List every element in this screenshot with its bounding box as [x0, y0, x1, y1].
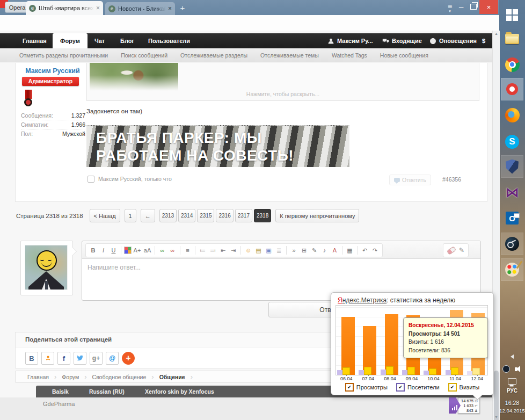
subnav-mark-read[interactable]: Отметить разделы прочитанными — [19, 52, 108, 59]
undo-button[interactable]: ↶ — [360, 244, 369, 256]
page-button[interactable]: 2314 — [178, 209, 195, 222]
tab-close-icon[interactable]: × — [168, 5, 172, 12]
bar-group[interactable] — [358, 307, 378, 375]
footer-language-link[interactable]: Russian (RU) — [89, 388, 125, 395]
bold-button[interactable]: B — [89, 244, 98, 256]
start-button[interactable] — [501, 4, 523, 26]
taskbar-item-skype[interactable]: S — [501, 131, 523, 153]
taskbar-item-paint[interactable] — [501, 259, 523, 280]
bar-group[interactable] — [380, 307, 400, 375]
footer-credit-link[interactable]: Xenforo skin by Xenfocus — [145, 388, 214, 395]
media-button[interactable]: ▣ — [264, 244, 273, 256]
nav-home[interactable]: Главная — [15, 33, 54, 48]
tray-language[interactable]: РУС — [499, 388, 525, 394]
bar-group[interactable] — [337, 307, 357, 375]
browser-tab-inactive[interactable]: e Новости - Ближайшие за × — [105, 2, 175, 15]
subnav-watched-threads[interactable]: Отслеживаемые темы — [260, 52, 319, 59]
nav-inbox[interactable]: Входящие — [382, 33, 422, 48]
text-color-button[interactable] — [124, 247, 132, 254]
twitter-share-icon[interactable] — [74, 352, 86, 365]
tray-clock-time[interactable]: 16:28 — [499, 400, 525, 406]
scrollbar-thumb[interactable] — [494, 371, 499, 420]
numbered-list-button[interactable]: ≕ — [208, 244, 217, 256]
visits-bar[interactable] — [386, 366, 393, 375]
scroll-down-icon[interactable]: ▼ — [493, 415, 500, 419]
tray-hidden-icons-button[interactable] — [501, 352, 523, 361]
minimize-button[interactable]: – — [459, 2, 463, 11]
footer-style-link[interactable]: Baisik — [52, 388, 69, 395]
page-button[interactable]: 2313 — [159, 209, 177, 222]
spoiler-button[interactable]: ≣ — [274, 244, 283, 256]
network-icon[interactable] — [508, 378, 516, 385]
nav-alerts[interactable]: Оповещения — [429, 33, 477, 48]
align-button[interactable]: ≡ — [183, 244, 192, 256]
volume-icon[interactable] — [515, 367, 517, 371]
browser-tab-active[interactable]: e Штаб-квартира всех хим × — [26, 1, 103, 15]
browser-menu-icon[interactable]: ≡▾ — [444, 3, 455, 15]
outdent-button[interactable]: ⇤ — [218, 244, 228, 256]
scroll-up-icon[interactable]: ▲ — [493, 32, 500, 35]
vk-share-icon[interactable]: В — [25, 352, 38, 365]
music-button[interactable]: ♪ — [320, 244, 329, 256]
nav-chat[interactable]: Чат — [87, 33, 112, 48]
nav-forum[interactable]: Форум — [53, 33, 88, 48]
post-banner-image[interactable]: БРАТЬЯ ПАРКЕР: МЫ РАБОТАЕМ НА СОВЕСТЬ! — [86, 125, 349, 167]
legend-views[interactable]: ✔Просмотры — [345, 383, 388, 392]
spoiler-hint[interactable]: Нажмите, чтобы раскрыть... — [87, 91, 479, 97]
pen-button[interactable]: ✎ — [310, 244, 319, 256]
page-button[interactable]: 2317 — [235, 209, 252, 222]
spoiler-block[interactable]: Нажмите, чтобы раскрыть... — [86, 63, 479, 101]
taskbar-item-explorer[interactable] — [501, 28, 523, 49]
addthis-share-icon[interactable]: + — [122, 352, 135, 365]
underline-button[interactable]: U — [109, 244, 118, 256]
breadcrumb-section[interactable]: Свободное общение — [92, 374, 147, 380]
close-window-button[interactable]: × — [479, 0, 498, 14]
taskbar-item-outlook[interactable]: O — [501, 207, 523, 229]
nav-account[interactable]: Максим Ру... — [327, 33, 373, 48]
facebook-share-icon[interactable]: f — [57, 352, 70, 365]
nav-users[interactable]: Пользователи — [141, 33, 198, 48]
remove-format-button[interactable]: A — [330, 244, 339, 256]
restore-button[interactable] — [470, 4, 477, 10]
image-button[interactable]: ▤ — [254, 244, 263, 256]
redo-button[interactable]: ↷ — [370, 244, 380, 256]
taskbar-item-steam[interactable] — [501, 233, 523, 255]
metrika-link[interactable]: Я — [338, 296, 342, 304]
subnav-search-posts[interactable]: Поиск сообщений — [121, 52, 167, 59]
breadcrumb-home[interactable]: Главная — [27, 374, 49, 380]
visits-bar[interactable] — [429, 368, 436, 375]
prev-page-button[interactable]: < Назад — [90, 209, 120, 222]
taskbar-item-opera[interactable] — [501, 78, 523, 100]
insert-link-button[interactable]: ∞ — [158, 244, 167, 256]
user-avatar[interactable] — [25, 245, 68, 290]
unlink-button[interactable]: ∞ — [168, 244, 177, 256]
pages-ellipsis-button[interactable]: ← — [141, 209, 155, 222]
tray-steam-icon[interactable] — [502, 365, 510, 373]
nav-dollar[interactable]: $ — [482, 33, 485, 48]
eraser-icon[interactable] — [447, 246, 456, 255]
page-1-button[interactable]: 1 — [125, 209, 136, 222]
post-author-link[interactable]: Максим Русский — [21, 67, 84, 75]
page-button[interactable]: 2316 — [216, 209, 233, 222]
post-number-link[interactable]: #46356 — [442, 176, 461, 183]
visits-bar[interactable] — [342, 367, 350, 375]
views-bar[interactable] — [341, 317, 355, 375]
site-brand[interactable]: GdePharma — [43, 401, 75, 407]
breadcrumb-current[interactable]: Общение — [159, 374, 185, 380]
taskbar-item-visual-studio[interactable]: ⋈ — [501, 182, 523, 203]
post-meta[interactable]: Максим Русский, только что — [98, 176, 172, 182]
select-post-checkbox[interactable] — [88, 176, 94, 183]
visits-bar[interactable] — [407, 367, 415, 375]
bullet-list-button[interactable]: ≔ — [198, 244, 207, 256]
editor-placeholder[interactable]: Напишите ответ... — [88, 264, 141, 271]
quote-button[interactable]: » — [289, 244, 298, 256]
indent-button[interactable]: ⇥ — [229, 244, 238, 256]
font-family-button[interactable]: aA — [143, 244, 152, 256]
first-unread-button[interactable]: К первому непрочитанному — [275, 209, 359, 222]
metrika-informer[interactable]: 14 675 ⊙ 1 633 ↵ 843 ♟ — [449, 397, 480, 414]
smilies-button[interactable]: ☺ — [244, 244, 253, 256]
visits-bar[interactable] — [364, 367, 371, 375]
italic-button[interactable]: I — [99, 244, 108, 256]
drafts-icon[interactable]: ✎ — [459, 247, 464, 254]
subnav-watched-tags[interactable]: Watched Tags — [332, 52, 367, 59]
